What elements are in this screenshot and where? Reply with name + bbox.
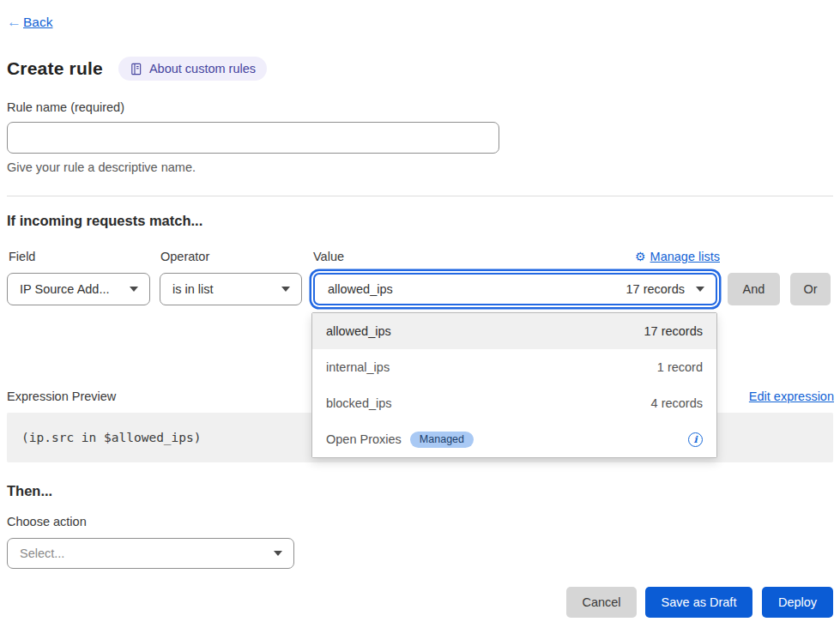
list-item-name: blocked_ips: [326, 396, 392, 410]
back-link[interactable]: ← Back: [7, 14, 52, 31]
list-item-name: Open Proxies: [326, 432, 402, 446]
info-icon[interactable]: i: [688, 432, 703, 447]
expression-preview-label: Expression Preview: [7, 389, 116, 403]
book-icon: [130, 63, 142, 75]
chevron-down-icon: [696, 287, 704, 292]
section-divider: [7, 196, 833, 196]
value-select[interactable]: allowed_ips 17 records: [313, 273, 717, 305]
value-select-records: 17 records: [625, 282, 685, 296]
gear-icon: ⚙: [635, 251, 646, 263]
list-item-name: internal_ips: [326, 360, 390, 374]
field-label: Field: [9, 250, 35, 263]
list-item-meta: 1 record: [657, 360, 703, 374]
create-rule-page: ← Back Create rule About custom rules Ru…: [0, 0, 840, 634]
lists-dropdown-menu: allowed_ips 17 records internal_ips 1 re…: [311, 312, 717, 458]
manage-lists-link[interactable]: ⚙ Manage lists: [635, 250, 720, 263]
page-title: Create rule: [7, 58, 103, 79]
and-button[interactable]: And: [728, 273, 780, 305]
list-item-blocked-ips[interactable]: blocked_ips 4 records: [312, 385, 716, 421]
list-item-open-proxies[interactable]: Open Proxies Managed i: [312, 421, 716, 457]
title-row: Create rule About custom rules: [7, 57, 267, 81]
list-item-internal-ips[interactable]: internal_ips 1 record: [312, 349, 716, 385]
chevron-down-icon: [130, 287, 138, 292]
value-select-value: allowed_ips: [328, 282, 393, 296]
rule-name-helper: Give your rule a descriptive name.: [7, 160, 196, 174]
managed-badge: Managed: [410, 432, 474, 448]
rule-name-label: Rule name (required): [7, 100, 124, 114]
arrow-left-icon: ←: [7, 14, 21, 31]
rule-name-input[interactable]: [7, 122, 499, 154]
deploy-button[interactable]: Deploy: [762, 587, 833, 618]
operator-label: Operator: [160, 250, 209, 263]
or-button[interactable]: Or: [790, 273, 831, 305]
chevron-down-icon: [281, 287, 290, 292]
then-heading: Then...: [7, 483, 52, 499]
list-item-allowed-ips[interactable]: allowed_ips 17 records: [312, 313, 716, 349]
field-select[interactable]: IP Source Add...: [7, 273, 150, 305]
action-select-placeholder: Select...: [20, 546, 64, 560]
manage-lists-label: Manage lists: [650, 250, 720, 263]
match-heading: If incoming requests match...: [7, 213, 202, 229]
about-badge-label: About custom rules: [149, 62, 256, 75]
choose-action-label: Choose action: [7, 515, 87, 528]
operator-select[interactable]: is in list: [160, 273, 302, 305]
value-label: Value: [313, 250, 344, 263]
field-select-value: IP Source Add...: [20, 282, 110, 296]
chevron-down-icon: [274, 551, 282, 556]
save-as-draft-button[interactable]: Save as Draft: [645, 587, 752, 618]
about-custom-rules-badge[interactable]: About custom rules: [118, 57, 267, 81]
edit-expression-link[interactable]: Edit expression: [749, 389, 834, 403]
back-label: Back: [23, 15, 52, 30]
operator-select-value: is in list: [172, 282, 214, 296]
list-item-meta: 17 records: [644, 324, 703, 338]
list-item-meta: 4 records: [651, 396, 703, 410]
action-select[interactable]: Select...: [7, 538, 294, 569]
list-item-name: allowed_ips: [326, 324, 391, 338]
cancel-button[interactable]: Cancel: [566, 587, 637, 618]
